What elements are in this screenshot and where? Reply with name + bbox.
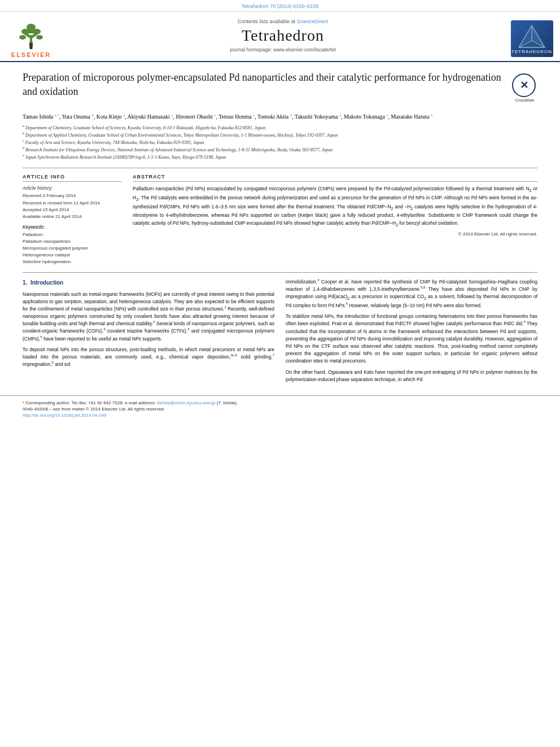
right-para1: immobilization.4 Cooper et al. have repo… [286,278,537,309]
section-number: 1. [23,279,27,286]
svg-point-5 [19,35,26,40]
elsevier-logo: ELSEVIER [11,19,51,58]
abstract-heading: ABSTRACT [133,174,537,182]
intro-para2: To deposit metal NPs into the porous str… [23,346,274,369]
article-history-label: Article history: [23,185,121,191]
body-two-col: 1. Introduction Nanoporous materials suc… [23,278,537,387]
journal-header: ELSEVIER Contents lists available at Sci… [0,12,560,62]
tet-logo-text: TETRAHEDRON [511,49,552,54]
article-info-heading: ARTICLE INFO [23,174,121,182]
affil-d: d Research Institute for Ubiquitous Ener… [23,147,537,154]
copyright-line: © 2014 Elsevier Ltd. All rights reserved… [133,231,537,237]
doi-link[interactable]: http://dx.doi.org/10.1016/j.tet.2014.04.… [23,413,106,418]
intro-section-title: 1. Introduction [23,278,274,287]
keywords-label: Keywords: [23,224,121,230]
article-title-section: Preparation of microporous polymer-encap… [23,71,537,107]
affiliations-section: a Department of Chemistry, Graduate Scho… [23,125,537,161]
affil-c: c Faculty of Arts and Science, Kyushu Un… [23,139,537,146]
right-para3: On the other hand, Ogasawara and Kato ha… [286,369,537,383]
top-citation-bar: Tetrahedron 70 (2014) 6150–6155 [0,0,560,12]
elsevier-tree-icon [14,19,48,50]
body-section: 1. Introduction Nanoporous materials suc… [23,272,537,387]
tetrahedron-logo-box: TETRAHEDRON [511,20,553,57]
right-para2: To stabilize metal NPs, the introduction… [286,313,537,365]
crossmark-icon: ✕ [512,73,536,97]
email-link[interactable]: tishida@chem.kyushu-univ.jp [157,400,216,405]
crossmark-symbol: ✕ [520,79,528,91]
crossmark-badge[interactable]: ✕ CrossMark [512,73,537,99]
elsevier-logo-area: ELSEVIER [0,16,62,61]
accepted-date: Accepted 15 April 2014 [23,207,121,213]
sciencedirect-line: Contents lists available at ScienceDirec… [238,19,328,24]
keyword-selective-hydro: Selective hydrogenation [23,259,121,265]
tet-logo-icon [518,24,546,49]
section-label: Introduction [30,279,63,286]
doi-line: http://dx.doi.org/10.1016/j.tet.2014.04.… [23,413,537,418]
journal-homepage: journal homepage: www.elsevier.com/locat… [230,47,336,53]
affil-e: e Japan Synchrotron Radiation Research I… [23,154,537,161]
citation-text: Tetrahedron 70 (2014) 6150–6155 [242,3,319,9]
journal-logo-right: TETRAHEDRON [504,16,560,61]
svg-point-4 [33,29,41,34]
journal-name: Tetrahedron [242,27,324,45]
article-title: Preparation of microporous polymer-encap… [23,71,504,99]
keyword-pd-nps: Palladium nanoparticles [23,238,121,245]
svg-rect-8 [30,46,32,49]
keyword-heterogeneous: Heterogeneous catalyst [23,252,121,259]
keyword-micro-conj-poly: Microporous conjugated polymer [23,245,121,252]
info-abstract-section: ARTICLE INFO Article history: Received 3… [23,168,537,265]
elsevier-brand-text: ELSEVIER [11,51,51,58]
body-left-col: 1. Introduction Nanoporous materials suc… [23,278,274,387]
authors-section: Tamao Ishida a,*, Yuta Onuma b, Kota Kin… [23,112,537,121]
affil-b: b Department of Applied Chemistry, Gradu… [23,132,537,139]
body-right-col: immobilization.4 Cooper et al. have repo… [286,278,537,387]
abstract-text: Palladium nanoparticles (Pd NPs) encapsu… [133,185,537,228]
received-date: Received 3 February 2014 [23,193,121,199]
keyword-palladium: Palladium: [23,231,121,238]
svg-point-3 [21,29,29,34]
affil-a: a Department of Chemistry, Graduate Scho… [23,125,537,132]
article-title-text: Preparation of microporous polymer-encap… [23,71,504,103]
intro-para1: Nanoporous materials such as metal-organ… [23,291,274,343]
sciencedirect-link[interactable]: ScienceDirect [297,19,329,24]
article-content: Preparation of microporous polymer-encap… [0,62,560,395]
page-footer: * Corresponding author. Tel./fax: +81 92… [0,395,560,423]
received-revised-date: Received in revised form 11 April 2014 [23,200,121,206]
journal-center: Contents lists available at ScienceDirec… [62,16,504,61]
page-container: Tetrahedron 70 (2014) 6150–6155 [0,0,560,747]
issn-line: 0040-4020/$ – see front matter © 2014 El… [23,407,537,412]
svg-point-6 [36,35,43,40]
available-date: Available online 21 April 2014 [23,213,121,220]
article-info-col: ARTICLE INFO Article history: Received 3… [23,174,121,265]
abstract-col: ABSTRACT Palladium nanoparticles (Pd NPs… [133,174,537,265]
crossmark-label: CrossMark [512,98,537,102]
corresponding-author-note: * Corresponding author. Tel./fax: +81 92… [23,400,537,405]
